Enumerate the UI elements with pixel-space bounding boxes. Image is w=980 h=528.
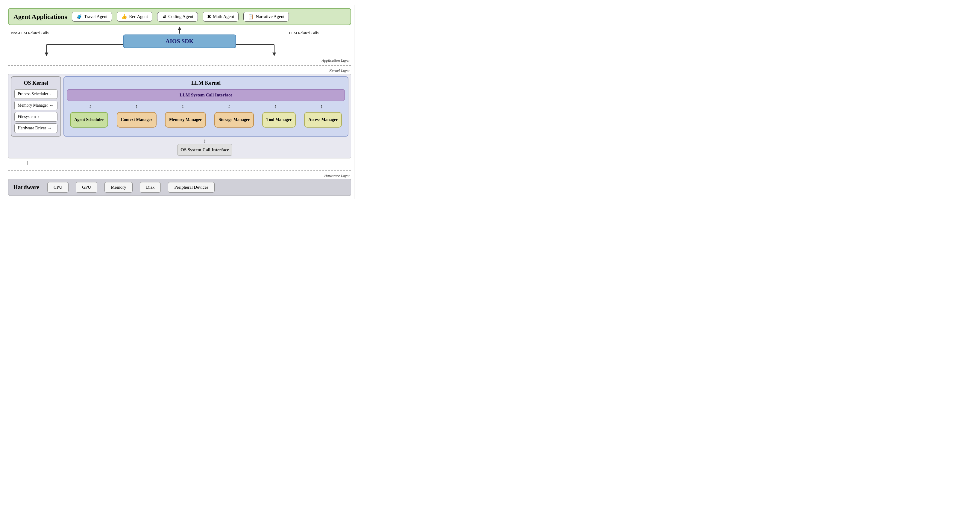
- context-manager-label: Context Manager: [121, 117, 152, 122]
- hw-arrow-area: ↕: [8, 160, 351, 169]
- disk-label: Disk: [146, 185, 154, 190]
- app-layer-title: Agent Applications: [13, 13, 67, 21]
- memory-label: Memory: [111, 185, 126, 190]
- hardware-driver-label: Hardware Driver: [18, 126, 46, 131]
- process-scheduler-label: Process Scheduler: [18, 92, 48, 96]
- kernel-layer: OS Kernel Process Scheduler ← Memory Man…: [8, 74, 351, 158]
- hardware-layer-label: Hardware Layer: [8, 173, 351, 179]
- math-icon: ✖: [207, 14, 211, 19]
- svg-marker-5: [45, 53, 48, 56]
- hardware-title: Hardware: [13, 184, 40, 191]
- narrative-agent-btn[interactable]: 📋 Narrative Agent: [243, 12, 289, 22]
- process-scheduler-component: Process Scheduler ←: [14, 89, 57, 99]
- hardware-layer: Hardware CPU GPU Memory Disk Peripheral …: [8, 179, 351, 196]
- top-arrows-svg: Non-LLM Related Calls AIOS SDK LLM Relat…: [8, 25, 351, 58]
- hw-os-arrow: ↕: [8, 160, 47, 169]
- filesystem-component: Filesystem ←: [14, 112, 57, 121]
- tool-manager-box: Tool Manager: [262, 112, 296, 128]
- travel-icon: 🧳: [76, 14, 82, 19]
- memory-component: Memory: [105, 182, 133, 193]
- math-agent-label: Math Agent: [213, 14, 234, 19]
- manager-arrows: ↕ ↕ ↕ ↕ ↕ ↕: [67, 103, 345, 110]
- rec-agent-label: Rec Agent: [129, 14, 148, 19]
- agent-scheduler-label: Agent Scheduler: [74, 117, 104, 122]
- peripheral-label: Peripheral Devices: [174, 185, 208, 190]
- process-scheduler-arrow: ←: [49, 91, 54, 97]
- os-syscall-spacer: [11, 138, 59, 156]
- gpu-component: GPU: [76, 182, 97, 193]
- hardware-driver-arrow: →: [47, 126, 52, 131]
- rec-icon: 👍: [121, 14, 127, 19]
- memory-manager-component: Memory Manager ←: [14, 100, 57, 110]
- disk-component: Disk: [140, 182, 161, 193]
- coding-agent-label: Coding Agent: [168, 14, 193, 19]
- cpu-label: CPU: [54, 185, 62, 190]
- llm-kernel: LLM Kernel LLM System Call Interface ↕ ↕…: [64, 77, 348, 137]
- os-syscall-bar: OS System Call Interface: [177, 144, 232, 156]
- llm-memory-manager-label: Memory Manager: [169, 117, 202, 122]
- narrative-agent-label: Narrative Agent: [256, 14, 284, 19]
- access-manager-box: Access Manager: [304, 112, 342, 128]
- hardware-driver-component: Hardware Driver →: [14, 123, 57, 133]
- svg-marker-1: [178, 27, 181, 30]
- os-kernel-title: OS Kernel: [14, 80, 57, 86]
- travel-agent-label: Travel Agent: [84, 14, 107, 19]
- kernel-hw-divider: [8, 171, 351, 171]
- llm-syscall-bar: LLM System Call Interface: [67, 89, 345, 101]
- access-manager-label: Access Manager: [308, 117, 338, 122]
- llm-memory-manager-box: Memory Manager: [165, 112, 206, 128]
- math-agent-btn[interactable]: ✖ Math Agent: [203, 12, 239, 22]
- cpu-component: CPU: [47, 182, 68, 193]
- kernel-inner: OS Kernel Process Scheduler ← Memory Man…: [11, 77, 348, 137]
- gpu-label: GPU: [82, 185, 91, 190]
- coding-icon: 🖥: [162, 14, 166, 19]
- svg-text:AIOS SDK: AIOS SDK: [165, 38, 194, 44]
- filesystem-arrow: ←: [37, 114, 42, 120]
- svg-text:Non-LLM Related Calls: Non-LLM Related Calls: [11, 31, 48, 35]
- context-manager-box: Context Manager: [117, 112, 156, 128]
- storage-manager-box: Storage Manager: [214, 112, 254, 128]
- travel-agent-btn[interactable]: 🧳 Travel Agent: [72, 12, 112, 22]
- tool-manager-label: Tool Manager: [266, 117, 291, 122]
- svg-marker-11: [272, 53, 276, 56]
- application-layer: Agent Applications 🧳 Travel Agent 👍 Rec …: [8, 8, 351, 25]
- app-kernel-divider: [8, 65, 351, 66]
- narrative-icon: 📋: [248, 14, 254, 19]
- llm-managers: Agent Scheduler Context Manager Memory M…: [67, 112, 345, 128]
- application-layer-label: Application Layer: [8, 58, 351, 64]
- memory-manager-label: Memory Manager: [18, 103, 48, 108]
- storage-manager-label: Storage Manager: [218, 117, 250, 122]
- filesystem-label: Filesystem: [18, 115, 36, 119]
- agent-scheduler-box: Agent Scheduler: [70, 112, 108, 128]
- peripheral-component: Peripheral Devices: [168, 182, 215, 193]
- kernel-layer-label: Kernel Layer: [8, 68, 351, 74]
- llm-kernel-title: LLM Kernel: [67, 80, 345, 86]
- os-kernel: OS Kernel Process Scheduler ← Memory Man…: [11, 77, 61, 137]
- svg-text:LLM Related Calls: LLM Related Calls: [289, 31, 318, 35]
- architecture-diagram: Agent Applications 🧳 Travel Agent 👍 Rec …: [5, 5, 355, 199]
- os-syscall-col: ↕ OS System Call Interface: [61, 138, 348, 156]
- os-syscall-row: ↕ OS System Call Interface: [11, 138, 348, 156]
- os-syscall-arrow-up: ↕: [204, 138, 206, 144]
- rec-agent-btn[interactable]: 👍 Rec Agent: [117, 12, 152, 22]
- memory-manager-arrow: ←: [49, 103, 54, 108]
- coding-agent-btn[interactable]: 🖥 Coding Agent: [157, 12, 198, 22]
